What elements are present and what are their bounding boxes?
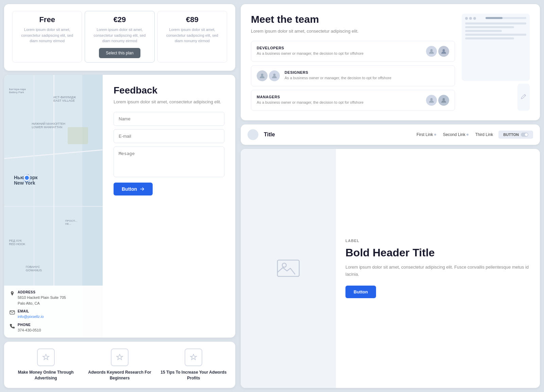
browser-line-4 bbox=[465, 34, 526, 36]
person-icon-3 bbox=[259, 73, 265, 79]
star-icon-2 bbox=[116, 354, 123, 361]
scrollbar-track bbox=[486, 17, 526, 19]
svg-point-0 bbox=[12, 292, 13, 293]
person-icon-4 bbox=[271, 73, 277, 79]
pricing-col-29: €29 Lorem ipsum dolor sit amet, consecte… bbox=[85, 11, 154, 63]
hero-title: Bold Header Title bbox=[345, 246, 530, 259]
email-icon bbox=[10, 310, 15, 315]
svg-point-7 bbox=[443, 98, 445, 100]
pricing-col-free: Free Lorem ipsum dolor sit amet, consect… bbox=[12, 11, 82, 63]
team-avatar-group-designers bbox=[257, 70, 280, 81]
blog-title-1: Make Money Online Through Advertising bbox=[12, 370, 79, 381]
meet-team-left: Meet the team Lorem ipsum dolor sit amet… bbox=[251, 14, 455, 111]
svg-point-5 bbox=[273, 73, 276, 76]
hero-content: LABEL Bold Header Title Lorem ipsum dolo… bbox=[336, 149, 540, 388]
blog-title-3: 15 Tips To Increase Your Adwords Profits bbox=[160, 370, 227, 381]
team-desc-developers: As a business owner or manager, the deci… bbox=[257, 51, 421, 56]
feedback-button-label: Button bbox=[122, 186, 137, 192]
svg-point-2 bbox=[430, 49, 433, 51]
email-row: EMAIL info@pixsellz.io bbox=[10, 309, 97, 320]
navbar-mock: Title First Link Second Link Third Link … bbox=[241, 124, 540, 145]
meet-team-title: Meet the team bbox=[251, 14, 455, 25]
svg-point-3 bbox=[443, 49, 445, 51]
browser-line-1 bbox=[465, 22, 526, 24]
map-label-prospect: ПРОСП...НЕ... bbox=[65, 219, 77, 225]
team-avatar-group-developers bbox=[426, 46, 449, 57]
select-plan-button[interactable]: Select this plan bbox=[99, 48, 140, 58]
team-role-developers: DEVELOPERS bbox=[257, 46, 421, 50]
address-value: 5810 Hackett Plain Suite 705Palo Alto, C… bbox=[18, 295, 66, 306]
arrow-right-icon bbox=[140, 187, 144, 191]
hero-button[interactable]: Button bbox=[345, 286, 376, 298]
blog-icon-2 bbox=[111, 348, 129, 366]
cta-toggle-thumb bbox=[525, 133, 528, 136]
feedback-submit-button[interactable]: Button bbox=[114, 183, 153, 195]
location-icon bbox=[10, 291, 15, 296]
feedback-desc: Lorem ipsum dolor sit amet, consectetur … bbox=[114, 99, 224, 105]
navbar-link-2[interactable]: Second Link bbox=[443, 132, 469, 137]
nav-dot-2 bbox=[466, 134, 469, 136]
hero-label: LABEL bbox=[345, 239, 530, 243]
team-row-developers: DEVELOPERS As a business owner or manage… bbox=[251, 41, 455, 62]
team-avatar-mgr-2 bbox=[438, 95, 449, 106]
pricing-29-desc: Lorem ipsum dolor sit amet, consectetur … bbox=[90, 27, 149, 44]
team-role-designers: DESIGNERS bbox=[285, 70, 449, 74]
pricing-89-desc: Lorem ipsum dolor sit amet, consectetur … bbox=[163, 27, 221, 44]
pencil-container bbox=[462, 84, 530, 111]
navbar-logo bbox=[248, 129, 258, 140]
scrollbar-area bbox=[486, 17, 526, 20]
feedback-name-input[interactable] bbox=[114, 112, 224, 126]
blog-card-2[interactable]: Adwords Keyword Research For Beginners bbox=[86, 348, 153, 381]
person-icon-5 bbox=[428, 97, 435, 103]
map-location-dot bbox=[24, 175, 30, 181]
team-info-developers: DEVELOPERS As a business owner or manage… bbox=[257, 46, 421, 56]
left-column: Free Lorem ipsum dolor sit amet, consect… bbox=[4, 4, 235, 388]
navbar-cta-button[interactable]: BUTTON bbox=[498, 131, 533, 139]
person-icon-2 bbox=[441, 48, 447, 54]
team-avatar-dev-1 bbox=[426, 46, 437, 57]
svg-point-6 bbox=[430, 98, 433, 100]
team-desc-designers: As a business owner or manager, the deci… bbox=[285, 75, 449, 81]
page-wrapper: Free Lorem ipsum dolor sit amet, consect… bbox=[0, 0, 544, 392]
team-row-designers: DESIGNERS As a business owner or manager… bbox=[251, 65, 455, 86]
map-label-east-village: ИСТ-ВИЛЛИДЖEAST VILLAGE bbox=[53, 96, 76, 102]
blog-card-1[interactable]: Make Money Online Through Advertising bbox=[12, 348, 79, 381]
blog-icon-3 bbox=[185, 348, 202, 366]
svg-point-9 bbox=[282, 263, 286, 267]
team-info-managers: MANAGERS As a business owner or manager,… bbox=[257, 95, 421, 105]
navbar-links: First Link Second Link Third Link bbox=[417, 132, 493, 137]
edit-icon bbox=[520, 94, 527, 101]
navbar-link-1-label: First Link bbox=[417, 132, 433, 137]
feedback-title: Feedback bbox=[114, 85, 224, 96]
browser-line-3 bbox=[465, 30, 502, 32]
pricing-89-title: €89 bbox=[163, 15, 221, 24]
map-label-gowanus: ГОВАНУСGOWANUS bbox=[26, 265, 42, 272]
email-value[interactable]: info@pixsellz.io bbox=[18, 314, 44, 320]
blog-card-3[interactable]: 15 Tips To Increase Your Adwords Profits bbox=[160, 348, 227, 381]
person-icon-6 bbox=[441, 97, 447, 103]
feedback-email-input[interactable] bbox=[114, 129, 224, 143]
address-label: ADDRESS bbox=[18, 290, 66, 294]
navbar-title: Title bbox=[264, 132, 275, 138]
navbar-link-1[interactable]: First Link bbox=[417, 132, 436, 137]
feedback-message-input[interactable] bbox=[114, 147, 224, 177]
right-column: Meet the team Lorem ipsum dolor sit amet… bbox=[241, 4, 540, 388]
map-section: НИЖНИЙ МАНХЭТТЕНLOWER MANHATTAN ИСТ-ВИЛЛ… bbox=[4, 75, 103, 338]
cta-toggle bbox=[521, 133, 528, 137]
browser-dot-3 bbox=[473, 17, 476, 20]
map-info-overlay: ADDRESS 5810 Hackett Plain Suite 705Palo… bbox=[4, 286, 103, 338]
phone-row: PHONE 374-430-0510 bbox=[10, 323, 97, 333]
pricing-col-89: €89 Lorem ipsum dolor sit amet, consecte… bbox=[157, 11, 227, 63]
browser-dot-1 bbox=[465, 17, 468, 20]
hero-desc: Lorem ipsum dolor sit amet, consectetur … bbox=[345, 264, 530, 278]
address-row: ADDRESS 5810 Hackett Plain Suite 705Palo… bbox=[10, 290, 97, 306]
blog-row: Make Money Online Through Advertising Ad… bbox=[4, 342, 235, 388]
browser-line-2 bbox=[465, 26, 514, 28]
browser-mock bbox=[462, 14, 530, 81]
team-avatar-group-managers bbox=[426, 95, 449, 106]
feedback-form: Button bbox=[114, 112, 224, 195]
browser-content bbox=[465, 22, 526, 39]
navbar-link-3[interactable]: Third Link bbox=[475, 132, 493, 137]
blog-title-2: Adwords Keyword Research For Beginners bbox=[86, 370, 153, 381]
hero-feature-card: LABEL Bold Header Title Lorem ipsum dolo… bbox=[241, 149, 540, 388]
